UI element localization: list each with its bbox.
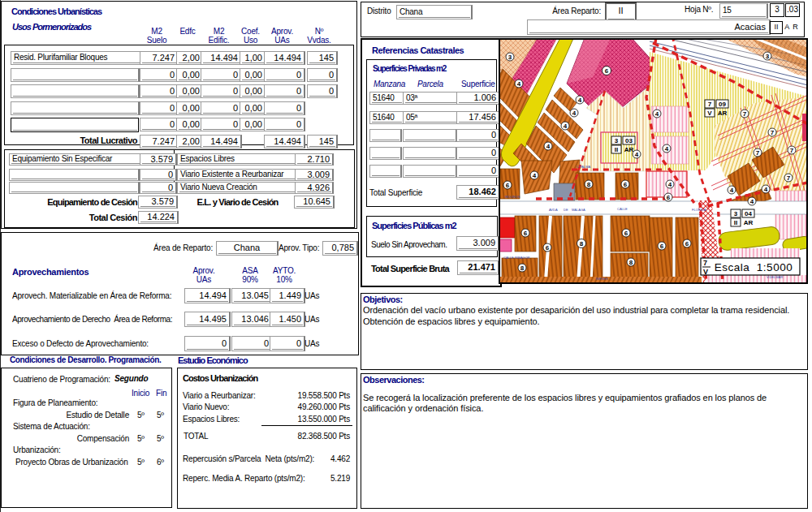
svg-text:7: 7 bbox=[771, 129, 775, 136]
svg-text:6: 6 bbox=[605, 67, 609, 75]
svg-text:AR: AR bbox=[744, 219, 754, 226]
svg-text:6: 6 bbox=[524, 230, 528, 237]
svg-text:7: 7 bbox=[708, 101, 712, 108]
svg-text:Escala 1:5000: Escala 1:5000 bbox=[715, 261, 793, 273]
svg-text:V: V bbox=[707, 110, 712, 117]
svg-text:4: 4 bbox=[578, 97, 582, 104]
svg-text:6: 6 bbox=[624, 181, 628, 188]
svg-text:4: 4 bbox=[668, 181, 672, 188]
svg-text:6: 6 bbox=[685, 240, 689, 247]
svg-text:6: 6 bbox=[667, 194, 671, 201]
svg-text:4: 4 bbox=[730, 187, 734, 194]
svg-text:7: 7 bbox=[703, 259, 707, 267]
svg-text:CALLE: CALLE bbox=[617, 207, 628, 211]
svg-text:CALLE: CALLE bbox=[503, 256, 514, 260]
svg-text:4: 4 bbox=[655, 110, 659, 118]
svg-text:8: 8 bbox=[580, 240, 584, 247]
svg-text:C.PALMA: C.PALMA bbox=[577, 165, 591, 169]
svg-text:4: 4 bbox=[533, 172, 537, 179]
svg-text:NIEVES: NIEVES bbox=[596, 277, 608, 281]
svg-text:MALAGA: MALAGA bbox=[572, 208, 585, 212]
svg-text:3: 3 bbox=[508, 54, 512, 61]
svg-text:8: 8 bbox=[629, 259, 633, 266]
svg-text:V.DELMAR: V.DELMAR bbox=[767, 275, 783, 279]
svg-text:4: 4 bbox=[564, 123, 568, 130]
svg-text:MOLINOS: MOLINOS bbox=[505, 195, 520, 199]
svg-text:V: V bbox=[703, 268, 708, 276]
svg-text:7: 7 bbox=[756, 149, 760, 157]
svg-text:RIBAGOR: RIBAGOR bbox=[515, 256, 530, 260]
svg-text:4: 4 bbox=[750, 198, 754, 205]
svg-text:4: 4 bbox=[517, 80, 521, 88]
svg-text:6: 6 bbox=[506, 182, 510, 189]
svg-text:4: 4 bbox=[665, 145, 669, 153]
svg-text:4: 4 bbox=[635, 151, 639, 158]
svg-text:7: 7 bbox=[743, 110, 747, 118]
svg-text:3: 3 bbox=[766, 53, 770, 60]
svg-text:4: 4 bbox=[572, 110, 577, 117]
svg-text:6: 6 bbox=[660, 243, 664, 250]
svg-text:AR: AR bbox=[718, 110, 728, 117]
svg-text:04: 04 bbox=[745, 210, 752, 217]
svg-text:4: 4 bbox=[546, 143, 551, 150]
svg-text:II: II bbox=[615, 146, 618, 153]
svg-text:4: 4 bbox=[764, 186, 768, 193]
svg-text:03: 03 bbox=[625, 137, 633, 144]
svg-text:AR: AR bbox=[624, 146, 634, 153]
svg-text:FLORIDA: FLORIDA bbox=[692, 208, 706, 212]
svg-text:3: 3 bbox=[734, 210, 738, 217]
svg-text:8: 8 bbox=[587, 181, 591, 188]
svg-text:AVDA: AVDA bbox=[549, 208, 558, 212]
svg-text:8: 8 bbox=[520, 265, 525, 272]
svg-text:7: 7 bbox=[787, 174, 791, 182]
svg-text:DE: DE bbox=[564, 208, 568, 212]
svg-text:6: 6 bbox=[624, 230, 628, 237]
svg-text:3: 3 bbox=[615, 137, 619, 144]
svg-text:II: II bbox=[734, 219, 737, 226]
svg-text:6: 6 bbox=[546, 244, 550, 252]
svg-text:09: 09 bbox=[719, 101, 726, 108]
svg-text:7: 7 bbox=[790, 147, 794, 154]
